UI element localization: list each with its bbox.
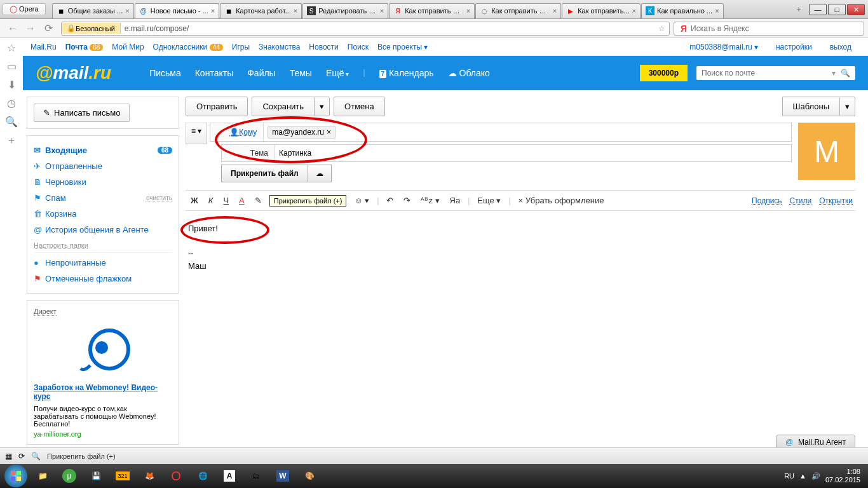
bold-button[interactable]: Ж [188,194,201,207]
tray-lang[interactable]: RU [784,472,794,480]
close-button[interactable]: ✕ [847,4,865,15]
ad-link[interactable]: Заработок на Webmoney! Видео-курс [34,383,172,401]
nav-poisk[interactable]: Поиск [348,43,369,51]
exit-link[interactable]: выход [830,43,851,51]
spellcheck-button[interactable]: ᴬᴮz ▾ [418,194,442,207]
tb-folders[interactable]: 🗂 [243,466,269,486]
tb-explorer[interactable]: 📁 [30,466,55,486]
nav-mailru[interactable]: Mail.Ru [31,43,57,51]
mailru-logo[interactable]: @mail.ru [36,63,111,83]
close-icon[interactable]: × [715,7,719,15]
star-icon[interactable]: ☆ [7,42,16,54]
save-button[interactable]: Сохранить [252,97,314,116]
folder-spam[interactable]: ⚑Спамочистить [34,190,172,206]
tab-1[interactable]: @Новое письмо - ...× [135,3,219,18]
compose-button[interactable]: ✎ Написать письмо [34,104,130,122]
tb-chrome[interactable]: 🌐 [190,466,215,486]
hdr-pisma[interactable]: Письма [149,68,181,78]
translit-button[interactable]: Яa [447,194,463,207]
reload-button[interactable]: ⟳ [41,21,56,36]
close-icon[interactable]: × [294,7,297,15]
folder-flagged[interactable]: ⚑Отмеченные флажком [34,271,172,287]
forward-button[interactable]: → [23,21,38,36]
hdr-files[interactable]: Файлы [247,68,275,78]
redo-button[interactable]: ↷ [401,194,413,207]
fields-menu[interactable]: ≡ ▾ [186,123,207,144]
note-icon[interactable]: ▭ [7,60,17,72]
config-folders[interactable]: Настроить папки [34,241,88,249]
address-bar[interactable]: 🔒 Безопасный e.mail.ru/compose/ ☆ [61,22,670,36]
mail-search-input[interactable] [702,69,832,78]
editor-body[interactable]: Привет! -- Маш [186,211,855,370]
hdr-kont[interactable]: Контакты [195,68,233,78]
tb-mpc[interactable]: 321 [110,466,135,486]
attach-file-button[interactable]: Прикрепить файл [221,165,308,182]
download-icon[interactable]: ⬇ [8,79,16,91]
italic-button[interactable]: К [206,194,216,207]
remove-format-button[interactable]: × Убрать оформление [516,194,607,207]
to-field[interactable]: ma@yandex.ru × [264,123,791,141]
tray-flag-icon[interactable]: ▲ [799,472,806,480]
folder-drafts[interactable]: 🗎Черновики [34,174,172,190]
attach-cloud-button[interactable]: ☁ [308,165,332,182]
tb-opera[interactable]: O [163,466,189,486]
undo-button[interactable]: ↶ [384,194,396,207]
folder-unread[interactable]: ●Непрочитанные [34,252,172,271]
nav-odnok[interactable]: Одноклассники 44 [153,43,223,51]
tray-sound-icon[interactable]: 🔊 [811,472,820,480]
zoom-icon[interactable]: 🔍 [31,452,41,461]
cancel-button[interactable]: Отмена [334,97,385,116]
yandex-search-input[interactable] [691,24,861,33]
tb-save[interactable]: 💾 [83,466,109,486]
tab-6[interactable]: ▶Как отправить...× [562,3,641,18]
star-icon[interactable]: ☆ [654,24,669,33]
yandex-search[interactable]: Я [674,22,864,36]
tb-word[interactable]: W [270,466,295,486]
close-icon[interactable]: × [211,7,215,15]
more-format-button[interactable]: Еще ▾ [475,194,503,207]
tab-5[interactable]: ◌Как отправить ф...× [475,3,561,18]
hdr-themes[interactable]: Темы [290,68,312,78]
settings-link[interactable]: настройки [776,43,812,51]
folder-inbox[interactable]: ✉Входящие68 [34,142,172,158]
folder-sent[interactable]: ✈Отправленные [34,158,172,174]
underline-button[interactable]: Ч [220,194,231,207]
folder-trash[interactable]: 🗑Корзина [34,206,172,222]
subject-input[interactable] [279,149,787,158]
close-icon[interactable]: × [553,7,557,15]
email-chip[interactable]: ma@yandex.ru × [268,126,336,139]
tray-clock[interactable]: 1:08 07.02.2015 [825,468,860,484]
new-tab-button[interactable]: ＋ [795,4,803,15]
hdr-cloud[interactable]: ☁ Облако [448,68,490,78]
hdr-calendar[interactable]: 7 Календарь [379,68,434,78]
nav-pochta[interactable]: Почта 68 [65,43,104,51]
start-button[interactable] [3,466,29,486]
tb-paint[interactable]: 🎨 [297,466,322,486]
search-icon[interactable]: 🔍 [841,69,850,78]
tab-4[interactable]: ЯКак отправить ф...× [389,3,475,18]
view-icon[interactable]: ▦ [5,452,12,461]
templates-dropdown[interactable]: ▾ [839,97,855,116]
send-button[interactable]: Отправить [186,97,248,116]
nav-igry[interactable]: Игры [232,43,250,51]
nav-moymir[interactable]: Мой Мир [112,43,144,51]
history-icon[interactable]: ◷ [7,97,16,109]
to-label[interactable]: 👤 Кому [210,123,264,141]
tb-firefox[interactable]: 🦊 [137,466,162,486]
cards-link[interactable]: Открытки [819,196,853,205]
search-icon[interactable]: 🔍 [5,116,18,128]
tb-utorrent[interactable]: µ [57,466,82,486]
nav-znak[interactable]: Знакомства [259,43,300,51]
font-color-button[interactable]: А [236,194,247,207]
folder-agent[interactable]: @История общения в Агенте [34,222,172,238]
remove-chip-icon[interactable]: × [327,128,331,137]
close-icon[interactable]: × [125,7,129,15]
signature-link[interactable]: Подпись [752,196,782,205]
back-button[interactable]: ← [5,21,20,36]
close-icon[interactable]: × [632,7,636,15]
mail-search[interactable]: ▾ 🔍 [696,66,855,80]
clear-spam[interactable]: очистить [146,194,172,201]
styles-link[interactable]: Стили [790,196,812,205]
minimize-button[interactable]: — [809,4,827,15]
promo-button[interactable]: 300000р [640,65,688,81]
